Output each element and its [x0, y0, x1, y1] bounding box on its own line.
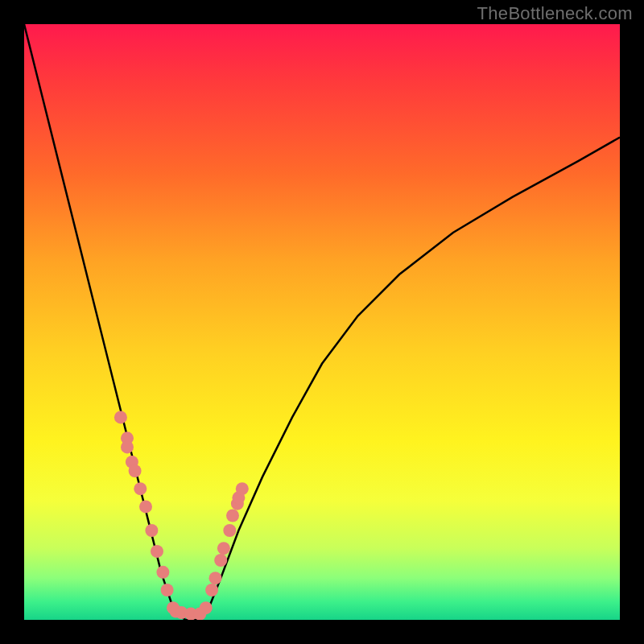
highlight-dot: [214, 554, 227, 567]
highlight-dot: [139, 500, 152, 513]
chart-frame: TheBottleneck.com: [0, 0, 644, 644]
chart-svg: [24, 24, 620, 620]
highlight-dot: [145, 524, 158, 537]
highlight-dot: [114, 411, 127, 423]
bottleneck-curve: [24, 24, 620, 620]
highlight-dot: [151, 545, 163, 558]
highlight-dot: [226, 510, 239, 522]
highlight-dot: [217, 542, 230, 555]
curve-layer: [24, 24, 620, 620]
highlight-dot: [156, 566, 169, 579]
highlight-dot: [209, 572, 222, 584]
highlight-dot: [129, 464, 142, 477]
highlight-dot: [236, 482, 249, 495]
highlight-dot: [161, 584, 174, 597]
chart-plot-area: [24, 24, 620, 620]
watermark-text: TheBottleneck.com: [477, 3, 633, 24]
highlight-dot: [134, 482, 147, 495]
markers-layer: [114, 411, 249, 620]
highlight-dot: [200, 601, 213, 614]
highlight-dot: [223, 524, 236, 537]
highlight-dot: [205, 584, 218, 597]
highlight-dot: [121, 440, 134, 453]
